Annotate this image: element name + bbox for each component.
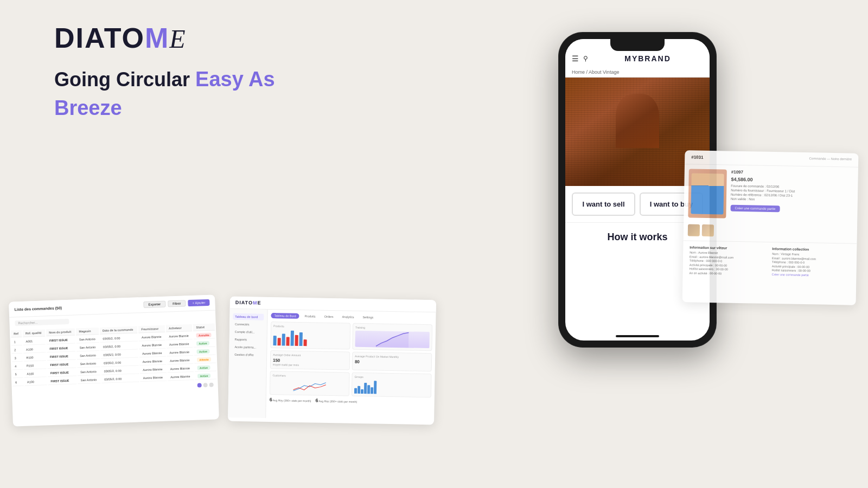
- detail-person-img: [691, 173, 724, 214]
- tab-orders[interactable]: Orders: [321, 314, 337, 320]
- tagline: Going Circular Easy As Breeze: [54, 65, 275, 123]
- detail-order-id: #1031: [691, 155, 703, 159]
- orders-title: Liste des commandes (50): [14, 306, 62, 311]
- phone-brand-name: MYBRAND: [592, 54, 703, 63]
- widget-avg-order-title: Average Order Amount: [273, 353, 347, 357]
- detail-product-info: #1097 $4,586.00 Fourure de commande : 02…: [730, 170, 854, 221]
- col-qualite: Ref. qualité: [23, 329, 46, 337]
- phone-menu-icon[interactable]: ☰: [572, 54, 579, 63]
- widget-training-title: Training: [355, 326, 430, 330]
- app-logo: DIATOMe: [54, 22, 187, 54]
- phone-notch: [610, 39, 665, 51]
- thumb-1: [688, 224, 700, 236]
- col-status: Statut: [193, 323, 215, 331]
- detail-create-btn[interactable]: Créer une commande partie: [731, 205, 780, 213]
- detail-product-image: [688, 169, 727, 218]
- phone-home-indicator: [616, 335, 659, 337]
- sidebar-item-compte[interactable]: Compte d'util...: [233, 329, 264, 336]
- widget-products-title: Products: [273, 324, 348, 329]
- tagline-line1: Going Circular: [54, 68, 190, 91]
- widget-training: Training: [352, 323, 432, 351]
- widget-products: Products: [270, 322, 350, 350]
- widget-avg-product: Average Product On Market Monthly 80: [352, 352, 432, 372]
- dashboard-card: DIATOMe Tableau de bord Connectés Compte…: [228, 297, 436, 425]
- dashboard-sidebar: Tableau de bord Connectés Compte d'util.…: [228, 309, 267, 418]
- orders-search-bar[interactable]: Rechercher...: [15, 319, 69, 326]
- detail-product-id: #1097: [731, 170, 854, 177]
- detail-bottom-info: Information sur vêteur Nom : Aurore Blan…: [682, 240, 857, 282]
- phone-search-icon[interactable]: ⚲: [583, 55, 588, 62]
- info-vendeur-section: Information sur vêteur Nom : Aurore Blan…: [689, 245, 768, 277]
- vendeur-annee: An en activité : 00-00-00: [689, 271, 767, 276]
- info-vendeur-title: Information sur vêteur: [690, 245, 768, 251]
- add-btn[interactable]: + Ajouter: [188, 299, 209, 306]
- logo-text-diato: DIATO: [54, 22, 145, 54]
- col-buyer: Acheteur: [166, 324, 193, 332]
- tab-produits[interactable]: Produits: [301, 313, 318, 319]
- dashboard-content: Tableau de Bord Produits Orders Analytic…: [266, 310, 436, 421]
- orders-card: Liste des commandes (50) Exporter Filtre…: [9, 294, 219, 426]
- sidebar-item-gestion[interactable]: Gestion d'offre: [232, 351, 263, 358]
- phone-breadcrumb: Home / About Vintage: [565, 67, 710, 78]
- col-store: Magasin: [76, 328, 99, 335]
- want-to-sell-button[interactable]: I want to sell: [572, 192, 635, 216]
- dashboard-grid: Products Training: [270, 322, 432, 397]
- thumb-2: [702, 224, 714, 236]
- detail-card: #1031 Commande — Notre dernière #1097 $4…: [682, 150, 859, 305]
- svg-marker-0: [376, 332, 409, 348]
- widget-avg-product-value: 80: [355, 359, 429, 365]
- tab-analytics[interactable]: Analytics: [339, 314, 357, 320]
- sidebar-item-tableau[interactable]: Tableau de bord: [233, 313, 264, 320]
- widget-customers: Customers: [270, 371, 350, 396]
- dashboard-logo: DIATOMe: [235, 300, 261, 306]
- logo-highlight: M: [145, 22, 169, 54]
- tagline-breeze: Breeze: [54, 94, 275, 123]
- widget-groups-title: Groups: [354, 375, 429, 380]
- info-collection-section: Information collection Nom : Vintage Fra…: [771, 247, 850, 278]
- col-ref: Ref: [11, 330, 22, 338]
- sidebar-item-acces[interactable]: Accès partena...: [232, 344, 263, 351]
- detail-subtitle: Commande — Notre dernière: [809, 157, 852, 162]
- widget-avg-product-title: Average Product On Market Monthly: [355, 355, 429, 359]
- kpi-row: 6 Avg Roy (350+ stats per month) 6 Avg R…: [270, 397, 431, 405]
- sidebar-item-connectes[interactable]: Connectés: [233, 321, 264, 328]
- export-btn[interactable]: Exporter: [143, 301, 165, 308]
- info-collection-title: Information collection: [772, 247, 850, 252]
- collection-link[interactable]: Créer une commande partie: [771, 273, 850, 278]
- orders-table: Ref Ref. qualité Nom du produit Magasin …: [10, 322, 218, 387]
- detail-body: #1097 $4,586.00 Fourure de commande : 02…: [684, 164, 858, 225]
- col-name: Nom du produit: [46, 328, 75, 336]
- widget-customers-title: Customers: [272, 374, 347, 378]
- detail-price: $4,586.00: [731, 177, 853, 184]
- filter-btn[interactable]: Filtrer: [168, 300, 186, 307]
- tab-tableau[interactable]: Tableau de Bord: [271, 313, 299, 319]
- col-supplier: Fournisseur: [138, 325, 165, 333]
- tab-settings[interactable]: Settings: [359, 314, 376, 320]
- tagline-easy-as: Easy As: [195, 68, 275, 91]
- col-date: Date de la commande: [100, 326, 138, 334]
- dashboard-tabs: Tableau de Bord Produits Orders Analytic…: [271, 313, 432, 321]
- widget-groups: Groups: [352, 373, 432, 398]
- detail-info-row-4: Non valide : Non: [731, 197, 853, 203]
- sidebar-item-rapports[interactable]: Rapports: [233, 336, 264, 343]
- logo-text-e: e: [169, 24, 186, 53]
- widget-avg-order: Average Order Amount 150 moyen traité pa…: [270, 350, 350, 370]
